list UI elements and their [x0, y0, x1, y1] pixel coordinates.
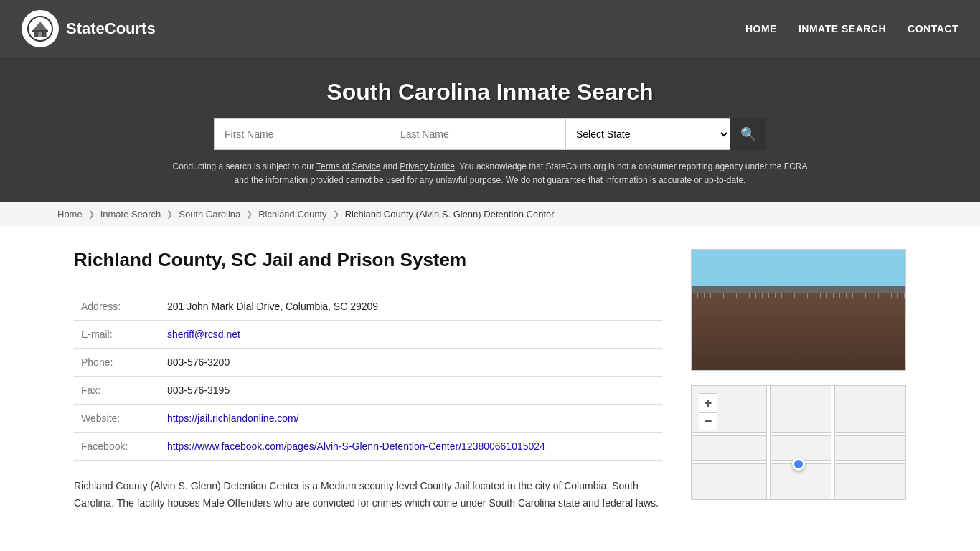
map-road	[692, 432, 905, 436]
breadcrumb: Home ❯ Inmate Search ❯ South Carolina ❯ …	[0, 202, 980, 227]
search-bar: Select State South Carolina 🔍	[14, 118, 966, 150]
breadcrumb-home[interactable]: Home	[57, 209, 83, 220]
breadcrumb-sep-1: ❯	[88, 209, 95, 219]
phone-value: 803-576-3200	[160, 349, 662, 377]
site-header: StateCourts HOME INMATE SEARCH CONTACT	[0, 0, 980, 57]
logo-link[interactable]: StateCourts	[22, 10, 156, 47]
hero-section: South Carolina Inmate Search Select Stat…	[0, 57, 980, 202]
nav-home[interactable]: HOME	[745, 23, 777, 34]
first-name-input[interactable]	[214, 118, 390, 150]
fax-value: 803-576-3195	[160, 377, 662, 405]
facility-image	[691, 249, 906, 371]
page-title: Richland County, SC Jail and Prison Syst…	[74, 249, 662, 271]
breadcrumb-county[interactable]: Richland County	[258, 209, 326, 220]
svg-marker-3	[33, 22, 47, 30]
facility-description: Richland County (Alvin S. Glenn) Detenti…	[74, 478, 662, 512]
website-value: https://jail.richlandonline.com/	[160, 405, 662, 433]
map-zoom-in[interactable]: +	[699, 393, 717, 412]
website-label: Website:	[74, 405, 160, 433]
nav-inmate-search[interactable]: INMATE SEARCH	[798, 23, 886, 34]
breadcrumb-sep-3: ❯	[246, 209, 253, 219]
address-value: 201 John Mark Dial Drive, Columbia, SC 2…	[160, 293, 662, 321]
terms-link[interactable]: Terms of Service	[316, 161, 380, 171]
logo-text: StateCourts	[66, 19, 156, 38]
info-table: Address: 201 John Mark Dial Drive, Colum…	[74, 293, 662, 461]
table-row: Website: https://jail.richlandonline.com…	[74, 405, 662, 433]
table-row: Address: 201 John Mark Dial Drive, Colum…	[74, 293, 662, 321]
phone-label: Phone:	[74, 349, 160, 377]
website-link[interactable]: https://jail.richlandonline.com/	[167, 413, 299, 424]
map-controls: + −	[699, 393, 717, 430]
state-select[interactable]: Select State South Carolina	[565, 118, 730, 150]
content-right: + −	[691, 249, 906, 512]
search-button[interactable]: 🔍	[730, 118, 766, 150]
disclaimer-text: Conducting a search is subject to our Te…	[167, 160, 813, 187]
table-row: E-mail: sheriff@rcsd.net	[74, 321, 662, 349]
fax-label: Fax:	[74, 377, 160, 405]
facility-image-inner	[692, 250, 905, 370]
breadcrumb-state[interactable]: South Carolina	[179, 209, 240, 220]
map-road	[766, 386, 771, 499]
fence-decoration	[692, 283, 905, 298]
facebook-link[interactable]: https://www.facebook.com/pages/Alvin-S-G…	[167, 441, 545, 452]
facebook-label: Facebook:	[74, 433, 160, 461]
map-marker	[792, 458, 805, 471]
logo-icon	[22, 10, 59, 47]
email-link[interactable]: sheriff@rcsd.net	[167, 329, 240, 340]
breadcrumb-sep-4: ❯	[333, 209, 339, 219]
breadcrumb-sep-2: ❯	[166, 209, 173, 219]
table-row: Phone: 803-576-3200	[74, 349, 662, 377]
table-row: Facebook: https://www.facebook.com/pages…	[74, 433, 662, 461]
nav-contact[interactable]: CONTACT	[908, 23, 958, 34]
map-background	[692, 386, 905, 499]
facebook-value: https://www.facebook.com/pages/Alvin-S-G…	[160, 433, 662, 461]
table-row: Fax: 803-576-3195	[74, 377, 662, 405]
map-zoom-out[interactable]: −	[699, 412, 717, 430]
hero-title: South Carolina Inmate Search	[14, 79, 966, 105]
map-road	[831, 386, 835, 499]
main-container: Richland County, SC Jail and Prison Syst…	[31, 227, 949, 534]
breadcrumb-inmate-search[interactable]: Inmate Search	[100, 209, 161, 220]
email-value: sheriff@rcsd.net	[160, 321, 662, 349]
privacy-link[interactable]: Privacy Notice	[400, 161, 455, 171]
last-name-input[interactable]	[390, 118, 565, 150]
svg-rect-4	[38, 32, 42, 37]
address-label: Address:	[74, 293, 160, 321]
search-icon: 🔍	[740, 126, 756, 142]
content-left: Richland County, SC Jail and Prison Syst…	[74, 249, 662, 512]
breadcrumb-facility: Richland County (Alvin S. Glenn) Detenti…	[345, 209, 555, 220]
courthouse-icon	[27, 16, 53, 42]
main-nav: HOME INMATE SEARCH CONTACT	[745, 23, 958, 34]
map-container: + −	[691, 385, 906, 500]
email-label: E-mail:	[74, 321, 160, 349]
